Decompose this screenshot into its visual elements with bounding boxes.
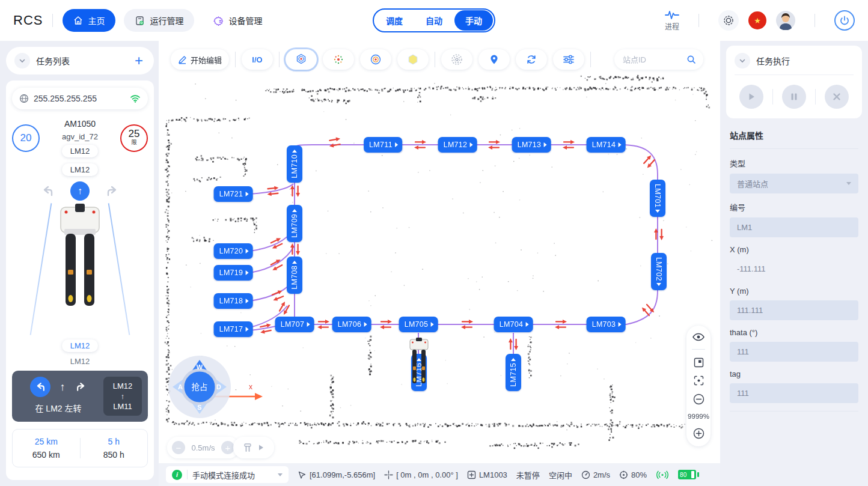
tab-manual[interactable]: 手动 [454,10,493,31]
add-task-button[interactable]: + [132,55,145,67]
go-straight-icon[interactable]: ↑ [70,181,90,201]
minimap-button[interactable] [694,357,704,368]
station-search-input[interactable] [622,55,683,65]
speed-status-value: 2m/s [593,470,610,479]
battery-indicator: 80 [678,470,696,479]
cursor-position-value: [61.099m,-5.656m] [310,470,375,479]
status-message-select[interactable]: i 手动模式连接成功 [166,466,289,483]
task-exec-card: 任务执行 [726,46,862,118]
refresh-button[interactable] [516,49,547,70]
station-LM720[interactable]: LM720 [214,243,253,259]
robot-pose: [ 0m , 0m , 0.00° ] [384,470,458,479]
user-avatar[interactable] [776,11,795,30]
field-input[interactable]: LM1 [730,217,858,237]
speed-increase-button[interactable]: + [221,441,234,454]
right-sidebar: 任务执行 站点属性 类型普通站点编号LM1X (m)-111.111Y (m)1… [720,41,868,486]
station-LM721[interactable]: LM721 [214,186,253,202]
location-button[interactable] [478,49,510,70]
station-direction-icon [292,261,297,264]
hours-stat: 5 h 850 h [81,437,148,460]
pause-task-button[interactable] [782,85,806,109]
divider [590,52,591,67]
station-LM717[interactable]: LM717 [214,321,253,337]
collapse-button[interactable] [14,53,30,68]
turn-left-icon[interactable] [40,184,55,198]
map-robot-marker[interactable] [408,338,430,390]
speed-decrease-button[interactable]: − [172,441,185,454]
field-input[interactable]: 111.111 [730,300,858,320]
scatter-points-button[interactable] [323,49,354,70]
play-task-button[interactable] [739,85,763,109]
area-button[interactable] [397,49,429,70]
zoom-out-button[interactable] [693,393,704,405]
field-input: -111.111 [730,259,858,279]
distance-stat: 25 km 650 km [13,437,80,460]
station-layer-button[interactable] [286,49,317,70]
station-LM711[interactable]: LM711 [364,137,402,153]
total-hours: 850 h [103,450,124,460]
power-button[interactable] [834,10,855,31]
plus-square-icon [467,470,476,479]
station-direction-icon [543,142,546,147]
center-focus-button[interactable] [694,375,704,386]
manual-joystick[interactable]: W A D S 抢占 [166,353,233,421]
field-select[interactable]: 普通站点 [730,174,858,193]
field-value: 111 [737,389,749,398]
station-LM706[interactable]: LM706 [332,317,371,332]
station-LM718[interactable]: LM718 [214,293,253,309]
station-LM702[interactable]: LM702 [651,253,667,290]
field-4: thata (°)111 [730,328,858,362]
agv-count: 20 [20,132,32,144]
field-0: 类型普通站点 [730,157,858,193]
joystick-d: D [216,383,221,390]
agv-ip-row[interactable]: 255.255.255.255 [12,88,148,109]
agv-model: AM1050 [64,119,96,129]
station-LM703[interactable]: LM703 [587,317,626,332]
tab-auto[interactable]: 自动 [415,10,453,31]
io-button[interactable]: I/O [242,49,273,70]
turn-right-icon[interactable] [105,184,120,198]
station-LM713[interactable]: LM713 [512,137,551,153]
language-flag-button[interactable]: ★ [748,11,766,29]
search-icon[interactable] [686,55,696,64]
agv-action-control[interactable] [233,437,274,458]
station-LM708[interactable]: LM708 [287,257,302,294]
station-LM719[interactable]: LM719 [214,265,253,281]
station-LM710[interactable]: LM710 [287,145,302,183]
station-LM715[interactable]: LM715 [506,354,521,391]
task-exec-buttons [735,85,854,109]
play-icon [257,444,264,451]
nav-item-home[interactable]: 主页 [63,9,115,32]
brightness-button[interactable] [718,10,739,31]
divider [698,14,699,27]
nav-item-operation[interactable]: 运行管理 [124,9,194,32]
visibility-button[interactable] [692,333,704,341]
process-button[interactable]: 进程 [665,10,679,31]
station-direction-icon [525,322,528,327]
rings-button[interactable] [360,49,391,70]
cancel-task-button[interactable] [825,85,849,109]
filter-button[interactable] [553,49,584,70]
station-LM712[interactable]: LM712 [438,137,477,153]
station-LM714[interactable]: LM714 [587,137,626,153]
percent-status-value: 80% [631,470,647,479]
field-input[interactable]: 111 [730,342,858,362]
radar-icon [451,53,463,65]
station-LM705[interactable]: LM705 [399,317,438,332]
battery-value: 80 [680,472,686,478]
nav-item-device[interactable]: 设备管理 [203,9,273,32]
station-direction-icon [618,142,621,147]
start-edit-button[interactable]: 开始编辑 [171,49,229,70]
turn-left-active-icon [30,377,50,397]
station-LM709[interactable]: LM709 [287,205,302,242]
station-LM701[interactable]: LM701 [650,180,665,217]
tab-dispatch[interactable]: 调度 [375,10,414,31]
collapse-button[interactable] [735,53,750,68]
map-viewport[interactable]: LM711LM712LM713LM714LM710LM721LM709LM720… [159,41,720,463]
station-LM707[interactable]: LM707 [275,317,314,332]
field-input[interactable]: 111 [730,383,858,403]
station-label: LM720 [219,247,243,255]
radar-button[interactable] [441,49,472,70]
zoom-in-button[interactable] [693,428,704,439]
station-LM704[interactable]: LM704 [494,317,533,332]
